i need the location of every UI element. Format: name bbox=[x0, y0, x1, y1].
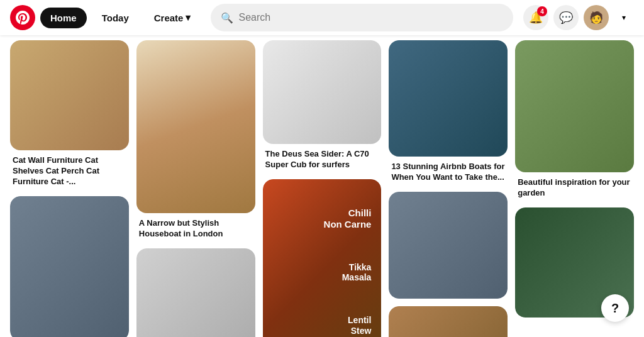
pin-card[interactable]: The Deus Sea Sider: A C70 Super Cub for … bbox=[263, 40, 382, 172]
nav-home[interactable]: Home bbox=[40, 8, 87, 28]
notifications-badge: 4 bbox=[537, 6, 547, 16]
pin-caption: Cat Wall Furniture Cat Shelves Cat Perch… bbox=[10, 150, 129, 189]
chevron-down-icon: ▾ bbox=[186, 12, 191, 23]
avatar-image: 🧑 bbox=[589, 11, 603, 25]
header-actions: 🔔 4 💬 🧑 ▾ bbox=[523, 5, 634, 30]
main-content: Cat Wall Furniture Cat Shelves Cat Perch… bbox=[0, 0, 644, 337]
pin-grid: Cat Wall Furniture Cat Shelves Cat Perch… bbox=[10, 40, 634, 337]
pin-card[interactable]: A Narrow but Stylish Houseboat in London bbox=[136, 40, 255, 241]
messages-button[interactable]: 💬 bbox=[553, 5, 579, 30]
search-bar: 🔍 bbox=[211, 4, 513, 31]
profile-expand-button[interactable]: ▾ bbox=[614, 8, 634, 28]
pin-caption: A Narrow but Stylish Houseboat in London bbox=[136, 213, 255, 241]
pin-card[interactable]: ChilliNon Carne TikkaMasala LentilStew bbox=[263, 179, 382, 337]
avatar[interactable]: 🧑 bbox=[584, 5, 609, 30]
pin-card[interactable] bbox=[389, 192, 508, 299]
pinterest-logo[interactable] bbox=[10, 5, 35, 30]
nav-create[interactable]: Create ▾ bbox=[144, 7, 201, 28]
header: Home Today Create ▾ 🔍 🔔 4 💬 🧑 ▾ bbox=[0, 0, 644, 35]
nav-today[interactable]: Today bbox=[92, 8, 139, 28]
pin-card[interactable] bbox=[389, 306, 508, 337]
pin-card[interactable]: Beautiful inspiration for your garden bbox=[515, 40, 634, 200]
search-input[interactable] bbox=[238, 12, 503, 23]
pin-caption: Beautiful inspiration for your garden bbox=[515, 172, 634, 200]
pin-card[interactable]: 13 Stunning Airbnb Boats for When You Wa… bbox=[389, 40, 508, 184]
pin-caption: The Deus Sea Sider: A C70 Super Cub for … bbox=[263, 144, 382, 172]
pin-card[interactable]: Cat Wall Furniture Cat Shelves Cat Perch… bbox=[10, 40, 129, 189]
message-icon: 💬 bbox=[559, 11, 573, 25]
chevron-down-icon: ▾ bbox=[622, 13, 626, 22]
pin-card[interactable] bbox=[10, 196, 129, 337]
search-icon: 🔍 bbox=[221, 12, 233, 24]
help-button[interactable]: ? bbox=[601, 294, 629, 322]
pin-caption: 13 Stunning Airbnb Boats for When You Wa… bbox=[389, 157, 508, 184]
notifications-button[interactable]: 🔔 4 bbox=[523, 5, 548, 30]
pin-card[interactable] bbox=[136, 248, 255, 337]
